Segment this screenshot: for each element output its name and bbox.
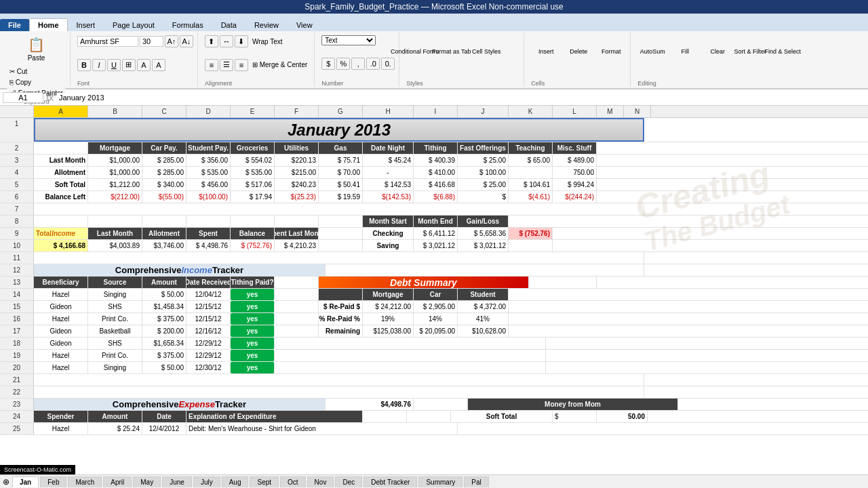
cell-E3[interactable]: $ 554.02 (231, 155, 275, 166)
cell-B13[interactable]: Source (88, 277, 142, 288)
cell-C16[interactable]: $ 375.00 (142, 313, 186, 325)
cell-A7[interactable] (34, 203, 644, 215)
cell-C25[interactable]: 12/4/2012 (142, 423, 186, 434)
align-right-button[interactable]: ≡ (235, 59, 248, 71)
cell-F13[interactable] (275, 277, 319, 288)
cell-D18[interactable]: 12/29/12 (186, 338, 231, 349)
cell-G9[interactable] (319, 228, 363, 239)
sheet-tab-summary[interactable]: Summary (418, 476, 462, 487)
cell-L13[interactable] (529, 277, 597, 288)
cell-C4[interactable]: $ 285.00 (142, 167, 186, 178)
cell-E6[interactable]: $ 17.94 (231, 191, 275, 203)
cell-B8[interactable] (88, 216, 142, 227)
sheet-tab-dec[interactable]: Dec (335, 476, 362, 487)
cell-C24[interactable]: Date (142, 411, 186, 422)
cell-J10[interactable]: $ 3,021.12 (458, 240, 509, 251)
cell-J15[interactable]: $ 4,372.00 (458, 301, 509, 312)
decrease-decimal-button[interactable]: 0. (381, 58, 395, 70)
cell-E14[interactable]: yes (231, 289, 275, 300)
cell-J16[interactable]: 41% (458, 313, 509, 325)
cell-I15[interactable]: $ 2,905.00 (414, 301, 458, 312)
cell-E8[interactable] (231, 216, 275, 227)
cell-F3[interactable]: $220.13 (275, 155, 319, 166)
cell-J3[interactable]: $ 25.00 (458, 155, 509, 166)
cell-C19[interactable]: $ 375.00 (142, 350, 186, 361)
tab-file[interactable]: File (0, 19, 29, 31)
cell-A1[interactable]: January 2013 (34, 118, 644, 142)
col-header-M[interactable]: M (597, 106, 624, 117)
cell-G24[interactable] (407, 411, 451, 422)
cell-F17[interactable] (275, 325, 319, 337)
cell-C13[interactable]: Amount (142, 277, 186, 288)
cell-A5[interactable]: Soft Total (34, 179, 88, 190)
cell-B3[interactable]: $1,000.00 (88, 155, 142, 166)
sheet-tab-jan[interactable]: Jan (12, 476, 39, 487)
sheet-tab-nov[interactable]: Nov (307, 476, 334, 487)
sheet-tab-april[interactable]: April (103, 476, 132, 487)
cell-A22[interactable] (34, 386, 644, 398)
cell-C9[interactable]: Allotment (142, 228, 186, 239)
cell-A19[interactable]: Hazel (34, 350, 88, 361)
cell-styles-button[interactable]: Cell Styles (471, 35, 501, 68)
cell-E4[interactable]: $ 535.00 (231, 167, 275, 178)
cell-E13[interactable]: Tithing Paid? (231, 277, 275, 288)
cell-F18[interactable] (275, 338, 546, 349)
cell-A16[interactable]: Hazel (34, 313, 88, 325)
sheet-tab-july[interactable]: July (193, 476, 220, 487)
cell-D5[interactable]: $ 456.00 (186, 179, 231, 190)
cell-D17[interactable]: 12/16/12 (186, 325, 231, 337)
cell-A2[interactable] (34, 142, 88, 154)
cell-I17[interactable]: $ 20,095.00 (414, 325, 458, 337)
cell-I4[interactable]: $ 410.00 (414, 167, 458, 178)
cell-K9[interactable]: $ (752.76) (509, 228, 553, 239)
cell-D9[interactable]: Spent (186, 228, 231, 239)
cell-E15[interactable]: yes (231, 301, 275, 312)
col-header-L[interactable]: L (553, 106, 597, 117)
cell-H23[interactable]: Money from Mom (468, 399, 678, 410)
cell-H16[interactable]: 19% (363, 313, 414, 325)
cell-H15[interactable]: $ 24,212.00 (363, 301, 414, 312)
cell-C3[interactable]: $ 285.00 (142, 155, 186, 166)
col-header-D[interactable]: D (186, 106, 231, 117)
tab-page-layout[interactable]: Page Layout (104, 18, 163, 31)
cell-G12[interactable] (326, 264, 644, 276)
cell-E20[interactable]: yes (231, 362, 275, 373)
cell-K4[interactable] (509, 167, 553, 178)
paste-button[interactable]: 📋Paste (21, 33, 51, 65)
cell-H10[interactable]: Saving (363, 240, 414, 251)
cell-G8[interactable] (319, 216, 363, 227)
cell-C2[interactable]: Car Pay. (142, 142, 186, 154)
cell-E2[interactable]: Groceries (231, 142, 275, 154)
cell-G23[interactable] (414, 399, 468, 410)
cell-A25[interactable]: Hazel (34, 423, 88, 434)
cell-F20[interactable] (275, 362, 546, 373)
autosum-button[interactable]: AutoSum (637, 35, 667, 68)
cell-J6[interactable]: $ (458, 191, 509, 203)
cell-D3[interactable]: $ 356.00 (186, 155, 231, 166)
copy-button[interactable]: ⎘ Copy (7, 77, 66, 87)
cell-B6[interactable]: $(212.00) (88, 191, 142, 203)
cell-B20[interactable]: Singing (88, 362, 142, 373)
cell-F23[interactable]: $4,498.76 (326, 399, 414, 410)
cell-B17[interactable]: Basketball (88, 325, 142, 337)
cell-E9[interactable]: Balance (231, 228, 275, 239)
tab-formulas[interactable]: Formulas (163, 18, 212, 31)
font-size-input[interactable] (140, 36, 163, 47)
cell-B24[interactable]: Amount (88, 411, 142, 422)
cell-H24[interactable]: Soft Total (451, 411, 553, 422)
sheet-tab-sept[interactable]: Sept (250, 476, 279, 487)
cell-K6[interactable]: $(4.61) (509, 191, 553, 203)
cell-A17[interactable]: Gideon (34, 325, 88, 337)
cell-G13-debt[interactable]: Debt Summary (319, 277, 529, 288)
cell-I10[interactable]: $ 3,021.12 (414, 240, 458, 251)
cell-A20[interactable]: Hazel (34, 362, 88, 373)
tab-view[interactable]: View (288, 18, 321, 31)
ribbon-tabs[interactable]: File Home Insert Page Layout Formulas Da… (0, 14, 868, 31)
cell-G5[interactable]: $ 50.41 (319, 179, 363, 190)
cell-G2[interactable]: Gas (319, 142, 363, 154)
cell-D8[interactable] (186, 216, 231, 227)
currency-button[interactable]: $ (321, 58, 335, 70)
cell-E18[interactable]: yes (231, 338, 275, 349)
cell-C5[interactable]: $ 340.00 (142, 179, 186, 190)
cell-F8[interactable] (275, 216, 319, 227)
